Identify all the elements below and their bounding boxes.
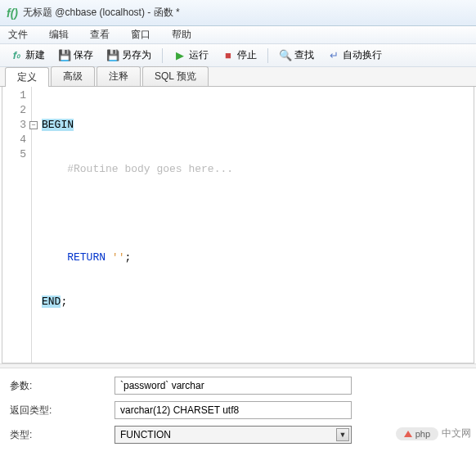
line-number: 2 (2, 103, 26, 118)
type-label: 类型: (10, 428, 108, 442)
wrap-label: 自动换行 (343, 48, 382, 62)
menubar: 文件 编辑 查看 窗口 帮助 (0, 26, 476, 44)
code-editor[interactable]: 1 2 3 4 5 −BEGIN #Routine body goes here… (2, 87, 474, 363)
new-label: 新建 (25, 48, 45, 62)
menu-help[interactable]: 帮助 (168, 26, 195, 43)
save-label: 保存 (74, 48, 93, 62)
code-string: '' (112, 251, 125, 264)
new-button[interactable]: f₀ 新建 (5, 46, 50, 65)
menu-edit[interactable]: 编辑 (46, 26, 72, 43)
menu-file[interactable]: 文件 (5, 26, 31, 43)
keyword-begin: BEGIN (42, 119, 74, 131)
keyword-end: END (42, 296, 61, 308)
params-label: 参数: (10, 379, 108, 393)
return-type-label: 返回类型: (10, 404, 108, 418)
code-line: −BEGIN (35, 118, 470, 133)
triangle-icon (404, 431, 412, 437)
new-icon: f₀ (10, 49, 23, 62)
toolbar-separator (267, 48, 268, 63)
saveas-icon: 💾 (106, 49, 119, 62)
find-button[interactable]: 🔍 查找 (274, 46, 319, 65)
code-line: #Routine body goes here... (35, 162, 470, 177)
menu-window[interactable]: 窗口 (128, 26, 154, 43)
tab-advanced[interactable]: 高级 (51, 66, 95, 86)
params-input[interactable] (115, 377, 352, 395)
line-number: 3 (2, 118, 26, 133)
code-area[interactable]: −BEGIN #Routine body goes here... RETURN… (32, 87, 474, 363)
return-type-input[interactable] (115, 401, 352, 419)
line-number: 1 (2, 88, 26, 103)
fold-icon[interactable]: − (29, 121, 38, 129)
type-select[interactable]: FUNCTION ▼ (115, 426, 352, 444)
line-number-gutter: 1 2 3 4 5 (2, 87, 32, 363)
chevron-down-icon: ▼ (336, 428, 349, 441)
tab-sql-preview[interactable]: SQL 预览 (142, 66, 209, 86)
save-icon: 💾 (58, 49, 71, 62)
find-label: 查找 (294, 48, 314, 62)
run-button[interactable]: ▶ 运行 (168, 46, 213, 65)
watermark-badge-text: php (415, 429, 430, 439)
search-icon: 🔍 (279, 49, 292, 62)
watermark-text: 中文网 (442, 427, 471, 440)
save-button[interactable]: 💾 保存 (53, 46, 98, 65)
wrap-icon: ↵ (327, 49, 340, 62)
code-blank (42, 207, 48, 219)
window-titlebar: f() 无标题 @chbase (localhost) - 函数 * (0, 0, 476, 26)
code-line: RETURN ''; (35, 251, 470, 265)
code-punct: ; (124, 251, 131, 264)
watermark: php 中文网 (396, 427, 471, 440)
run-label: 运行 (189, 48, 209, 62)
wrap-button[interactable]: ↵ 自动换行 (322, 46, 387, 65)
line-number: 4 (2, 133, 26, 147)
keyword-return: RETURN (42, 251, 112, 264)
tab-comment[interactable]: 注释 (97, 66, 141, 86)
saveas-label: 另存为 (122, 48, 151, 62)
code-line: END; (35, 295, 470, 309)
code-punct: ; (61, 296, 67, 308)
code-comment: #Routine body goes here... (42, 163, 233, 175)
stop-button[interactable]: ■ 停止 (217, 46, 262, 65)
stop-icon: ■ (222, 49, 235, 62)
toolbar-separator (162, 48, 163, 63)
tabstrip: 定义 高级 注释 SQL 预览 (0, 67, 476, 87)
line-number: 5 (2, 147, 26, 162)
titlebar-left: f() 无标题 @chbase (localhost) - 函数 * (7, 6, 180, 20)
run-icon: ▶ (173, 49, 186, 62)
tab-definition[interactable]: 定义 (5, 67, 49, 87)
function-icon: f() (7, 7, 18, 20)
saveas-button[interactable]: 💾 另存为 (101, 46, 156, 65)
code-line (35, 206, 470, 221)
stop-label: 停止 (237, 48, 257, 62)
watermark-badge: php (396, 427, 438, 440)
type-select-value: FUNCTION (120, 429, 171, 440)
window-title: 无标题 @chbase (localhost) - 函数 * (23, 6, 180, 20)
menu-view[interactable]: 查看 (87, 26, 113, 43)
toolbar: f₀ 新建 💾 保存 💾 另存为 ▶ 运行 ■ 停止 🔍 查找 ↵ 自动换行 (0, 44, 476, 67)
